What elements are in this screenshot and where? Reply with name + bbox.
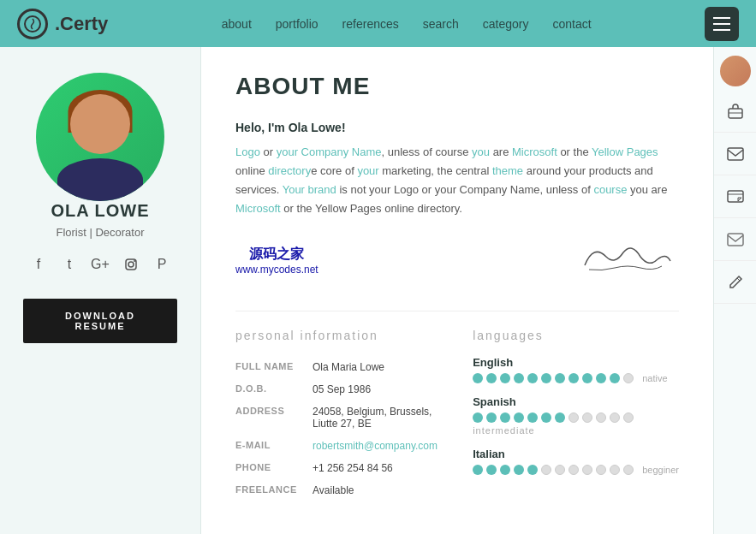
language-italian: Italian begginer	[473, 448, 679, 475]
dot	[582, 465, 592, 475]
dot	[514, 465, 524, 475]
language-spanish: Spanish inte	[473, 395, 679, 436]
table-row: FULL NAME Ola Maria Lowe	[235, 356, 438, 378]
svg-line-9	[737, 278, 740, 281]
dot	[514, 373, 524, 383]
dot	[541, 465, 551, 475]
download-resume-button[interactable]: DOWNLOAD RESUME	[23, 299, 177, 343]
table-row: FREELANCE Available	[235, 479, 438, 501]
field-value: 24058, Belgium, Brussels, Liutte 27, BE	[313, 400, 438, 435]
dot	[555, 373, 565, 383]
dot	[582, 373, 592, 383]
about-title: ABOUT ME	[235, 73, 679, 100]
dot	[555, 412, 565, 423]
table-row: ADDRESS 24058, Belgium, Brussels, Liutte…	[235, 400, 438, 435]
watermark-sub: www.mycodes.net	[235, 264, 318, 276]
pinterest-icon[interactable]: P	[153, 256, 170, 273]
language-dots	[473, 412, 679, 423]
field-label: FULL NAME	[235, 356, 313, 378]
language-level: native	[642, 373, 667, 383]
person-name: OLA LOWE	[51, 201, 149, 221]
language-name: English	[473, 356, 679, 369]
dot	[486, 465, 497, 475]
nav-search[interactable]: search	[423, 17, 459, 31]
mail-icon[interactable]	[714, 218, 757, 261]
dot	[500, 373, 510, 383]
facebook-icon[interactable]: f	[30, 256, 47, 273]
language-english: English native	[473, 356, 679, 383]
field-label: ADDRESS	[235, 400, 313, 435]
personal-info-section: personal information FULL NAME Ola Maria…	[235, 329, 438, 501]
personal-section-title: personal information	[235, 329, 438, 342]
avatar	[36, 73, 164, 201]
signature-area: 源码之家 www.mycodes.net	[235, 235, 679, 285]
nav-links: about portfolio references search catego…	[222, 17, 592, 31]
nav-about[interactable]: about	[222, 17, 252, 31]
nav-contact[interactable]: contact	[552, 17, 591, 31]
info-sections: personal information FULL NAME Ola Maria…	[235, 329, 679, 501]
right-sidebar	[713, 47, 756, 534]
logo-icon	[17, 9, 48, 39]
dot	[568, 465, 579, 475]
right-avatar-container[interactable]	[714, 47, 757, 90]
right-avatar	[720, 56, 751, 86]
language-level: intermediate	[473, 425, 679, 436]
nav-portfolio[interactable]: portfolio	[276, 17, 318, 31]
main-content: ABOUT ME Helo, I'm Ola Lowe! Logo or you…	[201, 47, 713, 534]
dot	[541, 373, 551, 383]
about-greeting: Helo, I'm Ola Lowe!	[235, 121, 679, 134]
dot	[623, 412, 634, 423]
language-level: begginer	[642, 465, 679, 475]
field-value: 05 Sep 1986	[313, 378, 438, 400]
nav-references[interactable]: references	[342, 17, 399, 31]
watermark-text: 源码之家	[235, 246, 318, 264]
dot	[486, 412, 497, 423]
dot	[486, 373, 497, 383]
field-label: D.O.B.	[235, 378, 313, 400]
twitter-icon[interactable]: t	[61, 256, 78, 273]
dot	[473, 465, 483, 475]
briefcase-icon[interactable]	[714, 90, 757, 133]
logo[interactable]: .Certy	[17, 9, 108, 39]
sidebar: OLA LOWE Florist | Decorator f t G+ P DO…	[0, 47, 201, 534]
dot	[500, 465, 510, 475]
dot	[596, 373, 606, 383]
envelope-icon[interactable]	[714, 133, 757, 175]
languages-section: languages English	[473, 329, 679, 501]
hamburger-menu[interactable]	[705, 7, 739, 41]
dot	[555, 465, 565, 475]
googleplus-icon[interactable]: G+	[92, 256, 109, 273]
quote-icon[interactable]	[714, 175, 757, 218]
dot	[623, 465, 634, 475]
table-row: PHONE +1 256 254 84 56	[235, 457, 438, 479]
instagram-icon[interactable]	[122, 256, 140, 273]
dot	[610, 465, 620, 475]
languages-section-title: languages	[473, 329, 679, 342]
dot	[527, 465, 538, 475]
table-row: D.O.B. 05 Sep 1986	[235, 378, 438, 400]
language-dots: native	[473, 373, 679, 383]
field-value: Available	[313, 479, 438, 501]
social-links: f t G+ P	[30, 256, 170, 273]
dot	[527, 373, 538, 383]
svg-rect-8	[728, 234, 743, 246]
svg-point-2	[128, 262, 134, 267]
dot	[610, 373, 620, 383]
dot	[568, 412, 579, 423]
signature	[576, 235, 679, 285]
nav-category[interactable]: category	[483, 17, 529, 31]
table-row: E-MAIL robertsmith@company.com	[235, 435, 438, 457]
field-label: PHONE	[235, 457, 313, 479]
dot	[582, 412, 592, 423]
dot	[596, 412, 606, 423]
field-value: robertsmith@company.com	[313, 435, 438, 457]
person-title: Florist | Decorator	[56, 226, 144, 239]
svg-rect-7	[728, 191, 743, 202]
pen-icon[interactable]	[714, 261, 757, 304]
field-label: FREELANCE	[235, 479, 313, 501]
email-link[interactable]: robertsmith@company.com	[313, 440, 438, 452]
dot	[623, 373, 634, 383]
dot	[527, 412, 538, 423]
dot	[514, 412, 524, 423]
dot	[610, 412, 620, 423]
